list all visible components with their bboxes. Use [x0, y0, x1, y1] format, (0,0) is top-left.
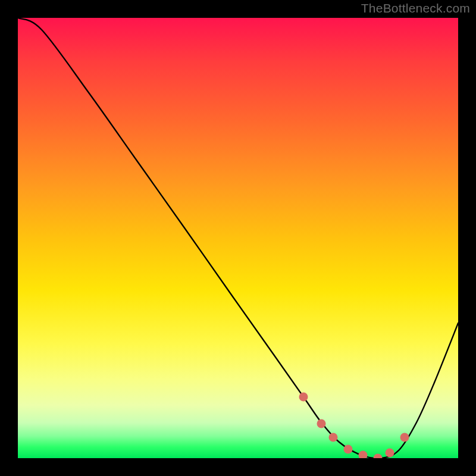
highlight-dot: [299, 393, 308, 402]
plot-area: [18, 18, 458, 458]
highlight-dot: [317, 419, 326, 428]
highlight-markers: [299, 393, 409, 459]
highlight-dot: [374, 454, 383, 459]
bottleneck-curve: [18, 18, 458, 458]
curve-layer: [18, 18, 458, 458]
highlight-dot: [400, 433, 409, 442]
highlight-dot: [344, 445, 353, 454]
watermark-text: TheBottleneck.com: [361, 1, 470, 15]
highlight-dot: [386, 449, 394, 458]
highlight-dot: [329, 433, 338, 442]
chart-frame: TheBottleneck.com: [0, 0, 476, 476]
highlight-dot: [359, 451, 368, 459]
